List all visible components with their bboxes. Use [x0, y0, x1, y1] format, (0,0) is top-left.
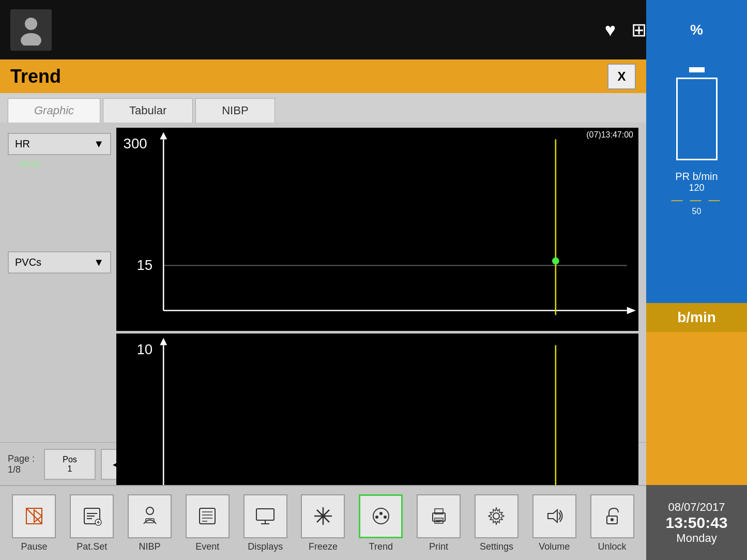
svg-point-52: [321, 514, 325, 518]
svg-point-1: [21, 33, 41, 46]
channel2-selector[interactable]: PVCs ▼: [8, 251, 111, 274]
svg-marker-14: [160, 132, 167, 139]
freeze-icon-box: [301, 494, 345, 538]
channel1-group: HR ▼ ··· b/min: [8, 133, 111, 169]
pause-icon-box: [12, 494, 56, 538]
chart1-panel: (07)13:47:00 300 15: [116, 128, 638, 331]
unlock-button[interactable]: Unlock: [589, 494, 635, 552]
print-icon: [429, 506, 449, 526]
tab-tabular[interactable]: Tabular: [103, 98, 193, 123]
print-icon-box: [417, 494, 461, 538]
svg-point-19: [552, 258, 559, 265]
svg-point-62: [493, 513, 499, 519]
heart-icon: ♥: [605, 19, 616, 41]
svg-point-65: [611, 518, 614, 521]
nibp-icon-box: [128, 494, 172, 538]
unlock-icon: [602, 506, 622, 526]
datetime-panel: 08/07/2017 13:50:43 Monday: [646, 485, 747, 560]
event-icon: [197, 506, 218, 526]
svg-rect-45: [256, 509, 274, 520]
pos-display: Pos 1: [44, 449, 96, 480]
nibp-button[interactable]: NIBP: [127, 494, 173, 552]
day-display: Monday: [676, 532, 716, 545]
displays-icon-box: [243, 494, 287, 538]
pr-section: PR b/min 120 — — — 50: [671, 171, 722, 216]
channel1-selector[interactable]: HR ▼: [8, 133, 111, 155]
trend-button[interactable]: Trend: [358, 494, 404, 552]
channel2-group: PVCs ▼ ···: [8, 251, 111, 287]
avatar: [10, 9, 52, 51]
svg-point-0: [25, 18, 37, 30]
svg-point-38: [146, 507, 154, 514]
percent-label: %: [690, 22, 703, 38]
pr-values: 120: [671, 183, 722, 193]
settings-button[interactable]: Settings: [473, 494, 520, 552]
sidebar-percent: %: [646, 0, 747, 59]
patset-icon-box: [70, 494, 114, 538]
chart1-svg: 300 15: [119, 130, 636, 328]
chart-container: HR ▼ ··· b/min PVCs ▼ ···: [0, 123, 646, 442]
displays-button[interactable]: Displays: [242, 494, 288, 552]
dropdown-arrow2: ▼: [94, 256, 104, 268]
volume-icon-box: [532, 494, 576, 538]
charts-area: (07)13:47:00 300 15: [116, 128, 638, 437]
svg-marker-23: [160, 338, 167, 345]
svg-point-54: [375, 516, 378, 519]
displays-icon: [255, 506, 276, 526]
chart1-time-top: (07)13:47:00: [586, 130, 633, 140]
patset-icon: [82, 506, 102, 526]
battery-tip: [689, 67, 705, 72]
sidebar-chart-area: PR b/min 120 — — — 50: [646, 59, 747, 303]
close-button[interactable]: X: [607, 64, 636, 89]
svg-point-56: [384, 516, 387, 519]
freeze-button[interactable]: Freeze: [300, 494, 346, 552]
print-button[interactable]: Print: [416, 494, 462, 552]
svg-text:10: 10: [136, 341, 153, 357]
freeze-icon: [313, 506, 333, 526]
tab-graphic[interactable]: Graphic: [8, 98, 100, 123]
trend-title: Trend: [10, 66, 607, 87]
channel1-unit: ··· b/min: [8, 159, 111, 169]
svg-point-55: [379, 512, 383, 515]
svg-text:300: 300: [124, 135, 147, 152]
date-display: 08/07/2017: [668, 501, 725, 514]
main-panel: Trend X Graphic Tabular NIBP HR ▼: [0, 59, 646, 485]
svg-marker-13: [627, 307, 636, 314]
sidebar-bmin: b/min: [646, 303, 747, 332]
svg-text:15: 15: [136, 257, 153, 273]
event-icon-box: [186, 494, 230, 538]
tabs-bar: Graphic Tabular NIBP: [0, 93, 646, 123]
event-button[interactable]: Event: [184, 494, 231, 552]
trend-icon: [371, 506, 391, 526]
calculator-icon: ⊞: [631, 19, 647, 41]
channel2-unit: ···: [8, 278, 111, 287]
trend-icon-box: [359, 494, 403, 538]
trend-titlebar: Trend X: [0, 59, 646, 93]
svg-point-53: [373, 508, 389, 524]
patset-button[interactable]: Pat.Set: [69, 494, 115, 552]
unlock-icon-box: [590, 494, 634, 538]
page-info: Page : 1/8: [8, 453, 39, 475]
time-display: 13:50:43: [665, 514, 727, 532]
pr-low: 50: [671, 207, 722, 216]
right-sidebar: % PR b/min 120 — — — 50 b/min: [646, 0, 747, 560]
settings-icon: [486, 506, 507, 526]
pr-dashes: — — —: [671, 193, 722, 207]
pause-icon: [24, 506, 44, 526]
volume-icon: [544, 506, 565, 526]
top-bar: ♥ ⊞ ▭: [0, 0, 747, 59]
tab-nibp[interactable]: NIBP: [195, 98, 275, 123]
bottom-toolbar: Pause Pat.Set NIBP: [0, 485, 646, 560]
left-controls: HR ▼ ··· b/min PVCs ▼ ···: [8, 128, 111, 437]
pr-label: PR b/min: [671, 171, 722, 183]
pause-button[interactable]: Pause: [11, 494, 57, 552]
volume-button[interactable]: Volume: [531, 494, 577, 552]
dropdown-arrow1: ▼: [94, 138, 104, 150]
battery-box: [676, 78, 718, 160]
nibp-icon: [140, 506, 160, 526]
settings-icon-box: [475, 494, 519, 538]
svg-marker-63: [548, 510, 557, 522]
